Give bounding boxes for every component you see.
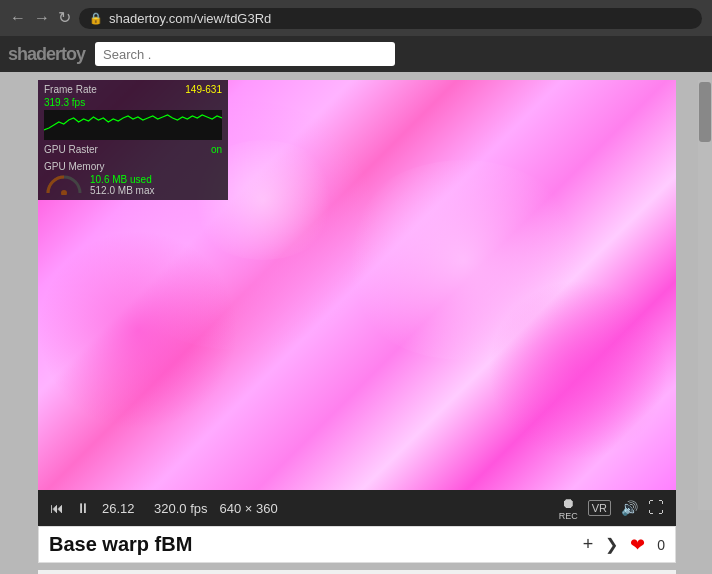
search-input[interactable] xyxy=(95,42,395,66)
forward-button[interactable]: → xyxy=(34,10,50,26)
url-text: shadertoy.com/view/tdG3Rd xyxy=(109,11,692,26)
fps-value: 319.3 fps xyxy=(44,97,85,108)
address-bar[interactable]: 🔒 shadertoy.com/view/tdG3Rd xyxy=(79,8,702,29)
rec-label: REC xyxy=(559,511,578,521)
gpu-memory-label: GPU Memory xyxy=(44,161,105,172)
fps-display: 320.0 fps xyxy=(154,501,208,516)
blob2 xyxy=(38,230,238,430)
blob4 xyxy=(488,280,668,460)
like-button[interactable]: ❤ xyxy=(630,534,645,556)
mem-text: 10.6 MB used 512.0 MB max xyxy=(90,174,154,196)
tab-search-row: shadertoy xyxy=(0,36,712,72)
frame-rate-row: Frame Rate 149-631 xyxy=(44,84,222,95)
skip-back-button[interactable]: ⏮ xyxy=(50,501,64,515)
scrollbar-thumb[interactable] xyxy=(699,82,711,142)
resolution-display: 640 × 360 xyxy=(220,501,547,516)
controls-bar: ⏮ ⏸ 26.12 320.0 fps 640 × 360 ⏺ REC VR 🔊… xyxy=(38,490,676,526)
rec-button[interactable]: ⏺ REC xyxy=(559,495,578,521)
mem-bar: 10.6 MB used 512.0 MB max xyxy=(44,174,222,196)
pause-button[interactable]: ⏸ xyxy=(76,501,90,515)
tags-bar: Views: 22 Tags: noise, fbm, warp Créé pa… xyxy=(38,570,676,574)
action-icons: + ❯ ❤ 0 xyxy=(583,534,665,556)
mem-max: 512.0 MB max xyxy=(90,185,154,196)
mem-gauge xyxy=(44,175,84,195)
reload-button[interactable]: ↻ xyxy=(58,10,71,26)
gpu-memory-section: GPU Memory 10.6 MB used 512.0 MB max xyxy=(44,160,222,196)
add-button[interactable]: + xyxy=(583,534,594,555)
info-bar: Base warp fBM + ❯ ❤ 0 xyxy=(38,526,676,563)
like-count: 0 xyxy=(657,537,665,553)
mem-used: 10.6 MB used xyxy=(90,174,154,185)
ctrl-icons: ⏺ REC VR 🔊 ⛶ xyxy=(559,495,664,521)
fullscreen-button[interactable]: ⛶ xyxy=(648,499,664,517)
browser-chrome: ← → ↻ 🔒 shadertoy.com/view/tdG3Rd xyxy=(0,0,712,36)
scrollbar[interactable] xyxy=(698,80,712,510)
gpu-raster-value: on xyxy=(211,144,222,155)
lock-icon: 🔒 xyxy=(89,12,103,25)
time-display: 26.12 xyxy=(102,501,142,516)
perf-overlay: Frame Rate 149-631 319.3 fps GPU Raster … xyxy=(38,80,228,200)
vr-button[interactable]: VR xyxy=(588,500,611,516)
svg-point-0 xyxy=(61,190,67,195)
audio-button[interactable]: 🔊 xyxy=(621,500,638,516)
gpu-raster-label: GPU Raster xyxy=(44,144,98,155)
shader-title: Base warp fBM xyxy=(49,533,573,556)
fps-row: 319.3 fps xyxy=(44,97,222,108)
back-button[interactable]: ← xyxy=(10,10,26,26)
site-logo: shadertoy xyxy=(8,44,85,65)
fps-graph xyxy=(44,110,222,140)
fps-range: 149-631 xyxy=(185,84,222,95)
share-button[interactable]: ❯ xyxy=(605,535,618,554)
gpu-raster-row: GPU Raster on xyxy=(44,142,222,157)
frame-rate-label: Frame Rate xyxy=(44,84,97,95)
main-content: Frame Rate 149-631 319.3 fps GPU Raster … xyxy=(0,72,712,574)
